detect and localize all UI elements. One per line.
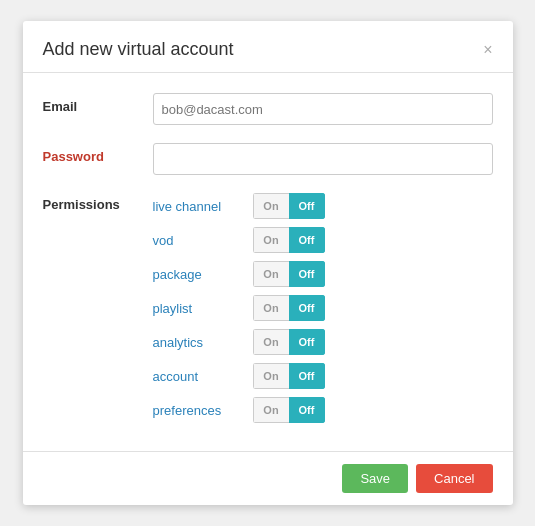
toggle-off-button[interactable]: Off — [289, 261, 325, 287]
permission-row: accountOnOff — [153, 363, 493, 389]
toggle-off-button[interactable]: Off — [289, 329, 325, 355]
toggle-on-button[interactable]: On — [253, 227, 289, 253]
save-button[interactable]: Save — [342, 464, 408, 493]
email-row: Email — [43, 93, 493, 125]
toggle-group: OnOff — [253, 193, 325, 219]
toggle-off-button[interactable]: Off — [289, 397, 325, 423]
permission-row: packageOnOff — [153, 261, 493, 287]
dialog-title: Add new virtual account — [43, 39, 234, 60]
toggle-group: OnOff — [253, 227, 325, 253]
toggle-on-button[interactable]: On — [253, 261, 289, 287]
toggle-off-button[interactable]: Off — [289, 295, 325, 321]
email-input[interactable] — [153, 93, 493, 125]
permissions-label: Permissions — [43, 193, 153, 212]
password-label: Password — [43, 143, 153, 164]
permission-name: preferences — [153, 403, 253, 418]
toggle-off-button[interactable]: Off — [289, 193, 325, 219]
toggle-on-button[interactable]: On — [253, 363, 289, 389]
toggle-on-button[interactable]: On — [253, 329, 289, 355]
permission-name: analytics — [153, 335, 253, 350]
dialog-body: Email Password Permissions live channelO… — [23, 73, 513, 451]
cancel-button[interactable]: Cancel — [416, 464, 492, 493]
dialog-footer: Save Cancel — [23, 451, 513, 505]
permissions-section: Permissions live channelOnOffvodOnOffpac… — [43, 193, 493, 431]
permission-name: package — [153, 267, 253, 282]
permission-row: vodOnOff — [153, 227, 493, 253]
permission-name: live channel — [153, 199, 253, 214]
toggle-off-button[interactable]: Off — [289, 363, 325, 389]
toggle-group: OnOff — [253, 397, 325, 423]
permission-name: playlist — [153, 301, 253, 316]
add-virtual-account-dialog: Add new virtual account × Email Password… — [23, 21, 513, 505]
permission-row: live channelOnOff — [153, 193, 493, 219]
toggle-on-button[interactable]: On — [253, 193, 289, 219]
permissions-list: live channelOnOffvodOnOffpackageOnOffpla… — [153, 193, 493, 431]
toggle-off-button[interactable]: Off — [289, 227, 325, 253]
toggle-group: OnOff — [253, 329, 325, 355]
password-row: Password — [43, 143, 493, 175]
permission-row: playlistOnOff — [153, 295, 493, 321]
email-label: Email — [43, 93, 153, 114]
password-input[interactable] — [153, 143, 493, 175]
toggle-group: OnOff — [253, 295, 325, 321]
dialog-header: Add new virtual account × — [23, 21, 513, 73]
permission-name: vod — [153, 233, 253, 248]
toggle-group: OnOff — [253, 261, 325, 287]
permission-row: analyticsOnOff — [153, 329, 493, 355]
close-button[interactable]: × — [483, 42, 492, 58]
permission-row: preferencesOnOff — [153, 397, 493, 423]
permission-name: account — [153, 369, 253, 384]
toggle-on-button[interactable]: On — [253, 295, 289, 321]
toggle-group: OnOff — [253, 363, 325, 389]
toggle-on-button[interactable]: On — [253, 397, 289, 423]
